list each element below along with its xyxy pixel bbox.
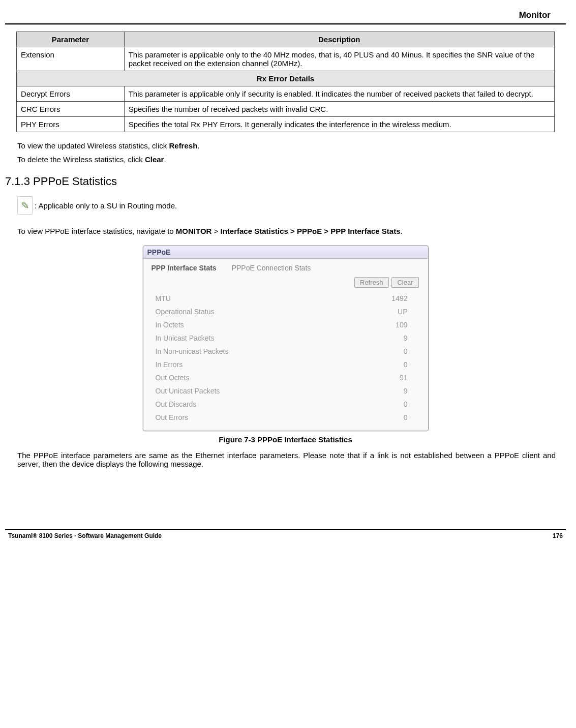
tab-row: PPP Interface Stats PPPoE Connection Sta… xyxy=(143,259,428,276)
nav-monitor: MONITOR xyxy=(176,227,212,235)
note-text: : Applicable only to a SU in Routing mod… xyxy=(35,201,177,210)
stat-row: In Errors0 xyxy=(143,358,428,371)
stat-value: 0 xyxy=(404,347,408,355)
stat-row: In Unicast Packets9 xyxy=(143,331,428,345)
note-pencil-icon: ✎ xyxy=(17,196,33,215)
footer-left: Tsunami® 8100 Series - Software Manageme… xyxy=(8,532,162,539)
stat-value: 1492 xyxy=(391,294,407,302)
refresh-button[interactable]: Refresh xyxy=(354,277,389,288)
text: To view PPPoE interface statistics, navi… xyxy=(17,227,176,235)
stat-value: UP xyxy=(398,308,407,316)
panel-title: PPPoE xyxy=(143,246,428,259)
header-divider xyxy=(5,23,566,24)
stat-label: In Errors xyxy=(156,360,183,369)
nav-path: Interface Statistics > PPPoE > PPP Inter… xyxy=(221,227,401,235)
stat-value: 0 xyxy=(404,413,408,421)
clear-keyword: Clear xyxy=(145,155,164,164)
stat-row: Out Unicast Packets9 xyxy=(143,384,428,398)
footer-divider xyxy=(5,529,566,530)
text: To delete the Wireless statistics, click xyxy=(17,155,145,164)
param-cell: Decrypt Errors xyxy=(17,86,125,102)
tab-ppp-interface-stats[interactable]: PPP Interface Stats xyxy=(151,264,217,272)
stat-label: Out Octets xyxy=(156,374,190,382)
stat-value: 9 xyxy=(404,334,408,342)
clear-instruction: To delete the Wireless statistics, click… xyxy=(17,155,556,164)
footer-page-number: 176 xyxy=(553,532,563,539)
table-row: Decrypt Errors This parameter is applica… xyxy=(17,86,555,102)
page-footer: Tsunami® 8100 Series - Software Manageme… xyxy=(5,529,566,539)
button-row: Refresh Clear xyxy=(143,276,428,292)
stat-row: In Octets109 xyxy=(143,318,428,331)
stat-value: 109 xyxy=(396,321,407,329)
nav-gt: > xyxy=(211,227,220,235)
stat-value: 91 xyxy=(400,374,408,382)
after-figure-paragraph: The PPPoE interface parameters are same … xyxy=(17,451,556,468)
stat-row: Out Discards0 xyxy=(143,398,428,411)
desc-cell: Specifies the total Rx PHY Errors. It ge… xyxy=(124,117,554,132)
desc-cell: This parameter is applicable only if sec… xyxy=(124,86,554,102)
table-row: Extension This parameter is applicable o… xyxy=(17,47,555,71)
stat-label: In Non-unicast Packets xyxy=(156,347,229,355)
param-cell: Extension xyxy=(17,47,125,71)
stat-row: Out Errors0 xyxy=(143,411,428,431)
pppoe-screenshot: PPPoE PPP Interface Stats PPPoE Connecti… xyxy=(143,246,429,431)
subheader-cell: Rx Error Details xyxy=(17,71,555,86)
col-parameter: Parameter xyxy=(17,32,125,47)
note-block: ✎ : Applicable only to a SU in Routing m… xyxy=(17,196,566,215)
table-row: CRC Errors Specifies the number of recei… xyxy=(17,102,555,117)
stat-label: Out Errors xyxy=(156,413,189,421)
col-description: Description xyxy=(124,32,554,47)
param-cell: CRC Errors xyxy=(17,102,125,117)
page-header-section: Monitor xyxy=(5,10,566,20)
stat-value: 0 xyxy=(404,360,408,369)
stat-row: Out Octets91 xyxy=(143,371,428,384)
refresh-keyword: Refresh xyxy=(169,141,197,150)
desc-cell: Specifies the number of received packets… xyxy=(124,102,554,117)
clear-button[interactable]: Clear xyxy=(391,277,418,288)
section-heading: 7.1.3 PPPoE Statistics xyxy=(5,175,566,188)
navigation-instruction: To view PPPoE interface statistics, navi… xyxy=(17,227,556,235)
stat-label: Out Discards xyxy=(156,400,197,408)
figure-caption: Figure 7-3 PPPoE Interface Statistics xyxy=(5,435,566,444)
param-cell: PHY Errors xyxy=(17,117,125,132)
tab-pppoe-connection-stats[interactable]: PPPoE Connection Stats xyxy=(232,264,311,272)
stat-row: Operational StatusUP xyxy=(143,305,428,318)
stat-row: In Non-unicast Packets0 xyxy=(143,345,428,358)
stat-label: In Unicast Packets xyxy=(156,334,215,342)
stat-label: MTU xyxy=(156,294,171,302)
stat-label: Out Unicast Packets xyxy=(156,387,220,395)
parameter-table: Parameter Description Extension This par… xyxy=(16,32,555,132)
refresh-instruction: To view the updated Wireless statistics,… xyxy=(17,141,556,150)
desc-cell: This parameter is applicable only to the… xyxy=(124,47,554,71)
table-row: PHY Errors Specifies the total Rx PHY Er… xyxy=(17,117,555,132)
stat-value: 9 xyxy=(404,387,408,395)
stat-label: Operational Status xyxy=(156,308,215,316)
stat-label: In Octets xyxy=(156,321,184,329)
stat-value: 0 xyxy=(404,400,408,408)
stat-row: MTU1492 xyxy=(143,292,428,305)
table-subheader: Rx Error Details xyxy=(17,71,555,86)
text: To view the updated Wireless statistics,… xyxy=(17,141,169,150)
